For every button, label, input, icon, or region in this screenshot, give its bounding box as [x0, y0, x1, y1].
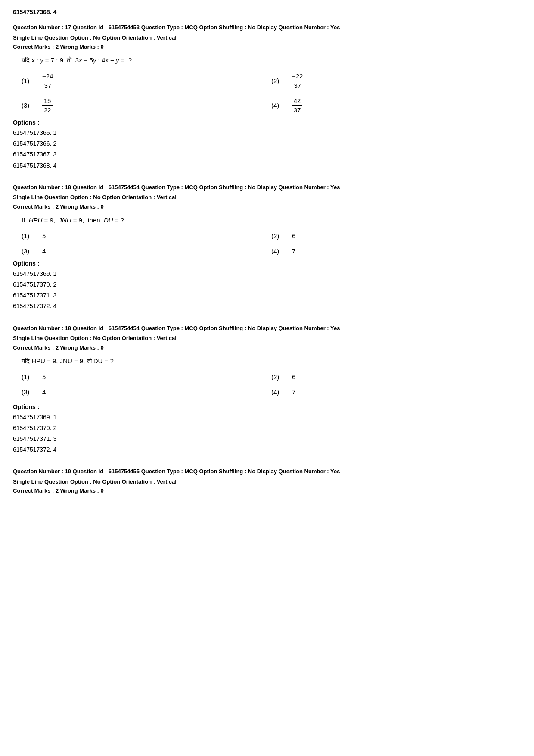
options-list-17: 61547517365. 1 61547517366. 2 6154751736… — [13, 128, 521, 171]
option-18a-2: (2) 6 — [271, 232, 521, 240]
option-18b-3: (3) 4 — [22, 388, 271, 396]
question-block-19: Question Number : 19 Question Id : 61547… — [13, 467, 521, 494]
list-item: 61547517372. 4 — [13, 301, 521, 312]
options-list-label-18b: Options : — [13, 403, 521, 410]
option-18a-3: (3) 4 — [22, 247, 271, 255]
marks-info-18a: Correct Marks : 2 Wrong Marks : 0 — [13, 203, 521, 210]
question-text-18b: यदि HPU = 9, JNU = 9, तो DU = ? — [22, 356, 521, 366]
list-item: 61547517369. 1 — [13, 412, 521, 423]
list-item: 61547517367. 3 — [13, 149, 521, 160]
option-18b-4: (4) 7 — [271, 388, 521, 396]
list-item: 61547517365. 1 — [13, 128, 521, 138]
marks-info-19: Correct Marks : 2 Wrong Marks : 0 — [13, 487, 521, 494]
option-17-2: (2) −22 37 — [271, 72, 521, 89]
marks-info-17: Correct Marks : 2 Wrong Marks : 0 — [13, 44, 521, 50]
page-header: 61547517368. 4 — [13, 9, 521, 16]
options-list-18a: 61547517369. 1 61547517370. 2 6154751737… — [13, 269, 521, 312]
list-item: 61547517370. 2 — [13, 423, 521, 434]
option-18b-2: (2) 6 — [271, 373, 521, 381]
option-17-3: (3) 15 22 — [22, 97, 271, 114]
options-grid-17: (1) −24 37 (2) −22 37 (3) 15 22 (4) 42 — [22, 72, 521, 114]
list-item: 61547517372. 4 — [13, 444, 521, 455]
question-meta-19-line2: Single Line Question Option : No Option … — [13, 478, 521, 486]
options-grid-18b: (1) 5 (2) 6 (3) 4 (4) 7 — [22, 373, 521, 396]
list-item: 61547517366. 2 — [13, 138, 521, 149]
option-18a-1: (1) 5 — [22, 232, 271, 240]
marks-info-18b: Correct Marks : 2 Wrong Marks : 0 — [13, 344, 521, 351]
question-meta-17-line2: Single Line Question Option : No Option … — [13, 34, 521, 42]
options-list-label-18a: Options : — [13, 260, 521, 267]
option-17-1: (1) −24 37 — [22, 72, 271, 89]
question-meta-18b-line1: Question Number : 18 Question Id : 61547… — [13, 324, 521, 333]
question-block-18a: Question Number : 18 Question Id : 61547… — [13, 183, 521, 312]
options-list-label-17: Options : — [13, 119, 521, 126]
question-meta-18a-line1: Question Number : 18 Question Id : 61547… — [13, 183, 521, 192]
list-item: 61547517370. 2 — [13, 279, 521, 290]
list-item: 61547517368. 4 — [13, 160, 521, 171]
question-text-18a: If HPU = 9, JNU = 9, then DU = ? — [22, 215, 521, 225]
option-18b-1: (1) 5 — [22, 373, 271, 381]
question-meta-18b-line2: Single Line Question Option : No Option … — [13, 334, 521, 343]
list-item: 61547517371. 3 — [13, 434, 521, 444]
question-meta-17-line1: Question Number : 17 Question Id : 61547… — [13, 23, 521, 32]
option-18a-4: (4) 7 — [271, 247, 521, 255]
question-block-17: Question Number : 17 Question Id : 61547… — [13, 23, 521, 171]
question-block-18b: Question Number : 18 Question Id : 61547… — [13, 324, 521, 456]
question-meta-19-line1: Question Number : 19 Question Id : 61547… — [13, 467, 521, 476]
list-item: 61547517369. 1 — [13, 269, 521, 279]
options-list-18b: 61547517369. 1 61547517370. 2 6154751737… — [13, 412, 521, 456]
question-meta-18a-line2: Single Line Question Option : No Option … — [13, 193, 521, 202]
options-grid-18a: (1) 5 (2) 6 (3) 4 (4) 7 — [22, 232, 521, 255]
option-17-4: (4) 42 37 — [271, 97, 521, 114]
list-item: 61547517371. 3 — [13, 290, 521, 301]
question-text-17: यदि x : y = 7 : 9 तो 3x − 5y : 4x + y = … — [22, 55, 521, 66]
